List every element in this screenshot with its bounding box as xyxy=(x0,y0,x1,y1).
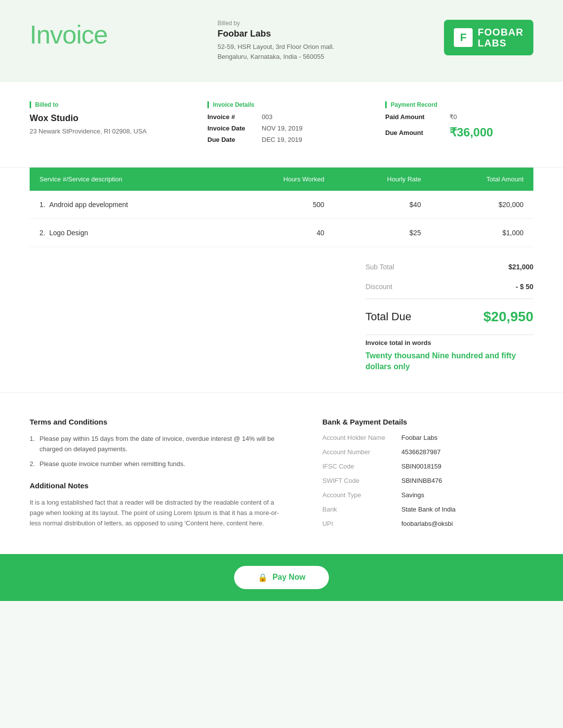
bank-row: Bank State Bank of India xyxy=(322,506,533,513)
invoice-due-key: Due Date xyxy=(207,136,262,143)
invoice-number-val: 003 xyxy=(262,113,273,121)
bank-val: SBIN0018159 xyxy=(402,463,442,470)
hours-cell: 40 xyxy=(225,219,334,247)
hours-cell: 500 xyxy=(225,191,334,219)
invoice-date-row: Invoice Date NOV 19, 2019 xyxy=(207,125,356,132)
col-total: Total Amount xyxy=(431,168,533,191)
bank-key: Bank xyxy=(322,506,402,513)
service-desc: 2.Logo Design xyxy=(30,219,225,247)
invoice-date-key: Invoice Date xyxy=(207,125,262,132)
discount-label: Discount xyxy=(365,283,392,291)
notes-heading: Additional Notes xyxy=(30,481,283,490)
rate-cell: $40 xyxy=(334,191,431,219)
pay-now-button[interactable]: 🔒 Pay Now xyxy=(234,566,329,589)
bank-val: SBININBB476 xyxy=(402,477,442,484)
page-footer: 🔒 Pay Now xyxy=(0,554,563,601)
terms-item: 2.Please quote invoice number when remit… xyxy=(30,459,283,470)
subtotal-value: $21,000 xyxy=(508,263,533,271)
totals-block: Sub Total $21,000 Discount - $ 50 Total … xyxy=(365,257,533,373)
billed-to-col: Billed to Wox Studio 23 Newark StProvide… xyxy=(30,101,178,147)
bank-val: 45366287987 xyxy=(402,448,441,456)
notes-text: It is a long established fact that a rea… xyxy=(30,498,283,528)
invoice-details-label: Invoice Details xyxy=(207,101,356,108)
billed-by-label: Billed by xyxy=(217,20,240,27)
bank-key: Account Number xyxy=(322,448,402,456)
billed-to-label: Billed to xyxy=(30,101,178,108)
logo-icon: F xyxy=(454,28,473,47)
service-desc: 1.Android app development xyxy=(30,191,225,219)
bank-row: Account Number 45366287987 xyxy=(322,448,533,456)
bank-val: Savings xyxy=(402,491,424,499)
terms-heading: Terms and Conditions xyxy=(30,418,283,426)
words-label: Invoice total in words xyxy=(365,339,533,346)
bank-key: IFSC Code xyxy=(322,463,402,470)
words-value: Twenty thousand Nine hundred and fifty d… xyxy=(365,350,533,373)
totals-divider-2 xyxy=(365,335,533,335)
col-service: Service #/Service description xyxy=(30,168,225,191)
subtotal-row: Sub Total $21,000 xyxy=(365,257,533,277)
totals-section: Sub Total $21,000 Discount - $ 50 Total … xyxy=(0,247,563,392)
discount-value: - $ 50 xyxy=(516,283,533,291)
terms-item: 1.Please pay within 15 days from the dat… xyxy=(30,434,283,455)
due-amount-val: ₹36,000 xyxy=(449,126,493,139)
invoice-due-row: Due Date DEC 19, 2019 xyxy=(207,136,356,143)
invoice-table: Service #/Service description Hours Work… xyxy=(30,168,533,247)
table-section: Service #/Service description Hours Work… xyxy=(0,168,563,247)
billed-by-section: Billed by Foobar Labs 52-59, HSR Layout,… xyxy=(217,20,334,61)
bank-val: foobarlabs@oksbi xyxy=(402,520,453,527)
due-amount-row: Due Amount ₹36,000 xyxy=(385,126,533,139)
payment-record-label: Payment Record xyxy=(385,101,533,108)
total-cell: $1,000 xyxy=(431,219,533,247)
client-name: Wox Studio xyxy=(30,113,178,124)
bank-heading: Bank & Payment Details xyxy=(322,418,533,426)
bank-key: UPI xyxy=(322,520,402,527)
client-address: 23 Newark StProvidence, RI 02908, USA xyxy=(30,127,178,136)
table-row: 1.Android app development 500 $40 $20,00… xyxy=(30,191,533,219)
page-header: Invoice Billed by Foobar Labs 52-59, HSR… xyxy=(0,0,563,82)
total-cell: $20,000 xyxy=(431,191,533,219)
bank-val: State Bank of India xyxy=(402,506,456,513)
company-address-line2: Bengaluru, Karnataka, India - 560055 xyxy=(217,52,324,62)
lock-icon: 🔒 xyxy=(258,573,268,582)
invoice-date-val: NOV 19, 2019 xyxy=(262,125,302,132)
table-row: 2.Logo Design 40 $25 $1,000 xyxy=(30,219,533,247)
bank-row: UPI foobarlabs@oksbi xyxy=(322,520,533,527)
terms-list: 1.Please pay within 15 days from the dat… xyxy=(30,434,283,470)
company-address-line1: 52-59, HSR Layout, 3rd Floor Orion mall. xyxy=(217,42,334,52)
paid-amount-row: Paid Amount ₹0 xyxy=(385,113,533,121)
paid-amount-val: ₹0 xyxy=(449,113,457,121)
bank-key: SWIFT Code xyxy=(322,477,402,484)
total-due-row: Total Due $20,950 xyxy=(365,301,533,333)
bank-val: Foobar Labs xyxy=(402,434,438,441)
table-header-row: Service #/Service description Hours Work… xyxy=(30,168,533,191)
col-hours: Hours Worked xyxy=(225,168,334,191)
bank-row: IFSC Code SBIN0018159 xyxy=(322,463,533,470)
invoice-due-val: DEC 19, 2019 xyxy=(262,136,302,143)
bank-key: Account Holder Name xyxy=(322,434,402,441)
bank-row: SWIFT Code SBININBB476 xyxy=(322,477,533,484)
logo-line1: FOOBAR xyxy=(478,27,523,38)
logo-text: FOOBAR LABS xyxy=(478,27,523,48)
paid-amount-key: Paid Amount xyxy=(385,113,449,121)
logo-line2: LABS xyxy=(478,38,523,48)
pay-now-label: Pay Now xyxy=(273,573,306,582)
totals-divider xyxy=(365,299,533,299)
company-name: Foobar Labs xyxy=(217,29,271,39)
invoice-number-key: Invoice # xyxy=(207,113,262,121)
invoice-details-col: Invoice Details Invoice # 003 Invoice Da… xyxy=(207,101,356,147)
total-due-label: Total Due xyxy=(365,310,411,323)
bottom-section: Terms and Conditions 1.Please pay within… xyxy=(0,392,563,554)
bank-col: Bank & Payment Details Account Holder Na… xyxy=(322,418,533,534)
due-amount-key: Due Amount xyxy=(385,129,449,136)
col-rate: Hourly Rate xyxy=(334,168,431,191)
info-section: Billed to Wox Studio 23 Newark StProvide… xyxy=(0,82,563,168)
bank-row: Account Type Savings xyxy=(322,491,533,499)
rate-cell: $25 xyxy=(334,219,431,247)
bank-rows: Account Holder Name Foobar Labs Account … xyxy=(322,434,533,527)
total-due-value: $20,950 xyxy=(483,309,533,325)
subtotal-label: Sub Total xyxy=(365,263,394,271)
payment-record-col: Payment Record Paid Amount ₹0 Due Amount… xyxy=(385,101,533,147)
bank-row: Account Holder Name Foobar Labs xyxy=(322,434,533,441)
terms-col: Terms and Conditions 1.Please pay within… xyxy=(30,418,283,534)
discount-row: Discount - $ 50 xyxy=(365,277,533,297)
